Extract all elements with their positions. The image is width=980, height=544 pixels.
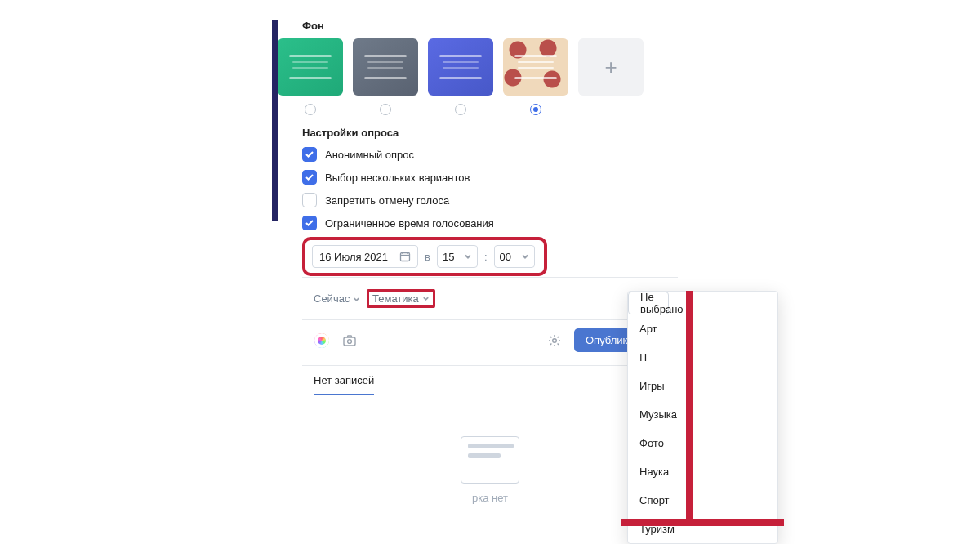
schedule-bar: Сейчас Тематика bbox=[302, 277, 678, 320]
datetime-picker-highlight: 16 Июля 2021 в 15 : 00 bbox=[302, 237, 547, 276]
gear-icon[interactable] bbox=[546, 332, 563, 349]
dd-item-science[interactable]: Наука bbox=[628, 457, 777, 486]
chevron-down-icon bbox=[353, 296, 360, 303]
background-label: Фон bbox=[302, 20, 719, 32]
svg-point-5 bbox=[348, 339, 352, 343]
minute-select[interactable]: 00 bbox=[494, 245, 535, 268]
poll-settings: Анонимный опрос Выбор нескольких вариант… bbox=[302, 147, 719, 230]
chevron-down-icon bbox=[464, 252, 472, 261]
svg-rect-4 bbox=[344, 337, 355, 346]
chevron-down-icon bbox=[521, 252, 529, 261]
hour-select[interactable]: 15 bbox=[437, 245, 478, 268]
svg-point-6 bbox=[553, 338, 557, 342]
schedule-now-trigger[interactable]: Сейчас bbox=[314, 292, 360, 305]
date-field[interactable]: 16 Июля 2021 bbox=[312, 245, 418, 268]
checkbox-no-revoke[interactable] bbox=[302, 193, 317, 207]
chevron-down-icon bbox=[422, 295, 430, 302]
tab-no-posts[interactable]: Нет записей bbox=[314, 366, 374, 395]
minute-value: 00 bbox=[500, 251, 511, 263]
checkbox-no-revoke-label: Запретить отмену голоса bbox=[325, 194, 449, 207]
dd-item-photo[interactable]: Фото bbox=[628, 429, 777, 457]
time-colon: : bbox=[484, 251, 488, 263]
post-action-bar: Опубликовать bbox=[302, 320, 678, 366]
bg-tile-add[interactable] bbox=[578, 38, 644, 96]
checkbox-anonymous[interactable] bbox=[302, 147, 317, 162]
hour-value: 15 bbox=[443, 251, 454, 263]
bg-tile-green[interactable] bbox=[278, 38, 343, 96]
palette-icon[interactable] bbox=[314, 332, 330, 349]
bg-tile-photo[interactable] bbox=[503, 38, 568, 96]
bg-radio-1[interactable] bbox=[380, 104, 391, 115]
topic-trigger-highlight[interactable]: Тематика bbox=[367, 289, 435, 308]
annotation-underline bbox=[621, 519, 784, 526]
checkbox-time-limit-label: Ограниченное время голосования bbox=[325, 217, 494, 230]
background-tiles bbox=[278, 38, 719, 96]
dd-item-it[interactable]: IT bbox=[628, 343, 777, 372]
bg-tile-gray[interactable] bbox=[353, 38, 418, 96]
background-radio-row bbox=[278, 104, 719, 115]
checkbox-anonymous-label: Анонимный опрос bbox=[325, 149, 414, 161]
checkbox-multiselect[interactable] bbox=[302, 170, 317, 185]
date-value: 16 Июля 2021 bbox=[319, 251, 388, 263]
at-label: в bbox=[425, 251, 430, 263]
bg-radio-3[interactable] bbox=[530, 104, 541, 115]
annotation-bar-right bbox=[686, 291, 693, 519]
empty-icon bbox=[461, 436, 519, 484]
empty-state: рка нет bbox=[302, 395, 678, 520]
annotation-bar-left bbox=[272, 20, 278, 221]
empty-text: рка нет bbox=[472, 492, 508, 504]
topic-dropdown[interactable]: Не выбрано Арт IT Игры Музыка Фото Наука… bbox=[627, 291, 778, 544]
settings-label: Настройки опроса bbox=[302, 127, 719, 139]
dd-item-art[interactable]: Арт bbox=[628, 314, 777, 343]
bg-radio-2[interactable] bbox=[455, 104, 466, 115]
dd-item-none[interactable]: Не выбрано bbox=[628, 292, 669, 314]
dd-item-music[interactable]: Музыка bbox=[628, 400, 777, 429]
bg-radio-0[interactable] bbox=[305, 104, 316, 115]
post-tabs: Нет записей bbox=[302, 366, 678, 395]
calendar-icon bbox=[399, 251, 411, 262]
post-card: Сейчас Тематика Опубликовать Нет записей bbox=[302, 277, 678, 520]
bg-tile-blue[interactable] bbox=[428, 38, 493, 96]
dd-item-sport[interactable]: Спорт bbox=[628, 486, 777, 515]
dd-item-games[interactable]: Игры bbox=[628, 372, 777, 400]
camera-icon[interactable] bbox=[341, 332, 358, 349]
checkbox-multiselect-label: Выбор нескольких вариантов bbox=[325, 172, 470, 184]
checkbox-time-limit[interactable] bbox=[302, 216, 317, 230]
svg-rect-0 bbox=[401, 253, 410, 261]
